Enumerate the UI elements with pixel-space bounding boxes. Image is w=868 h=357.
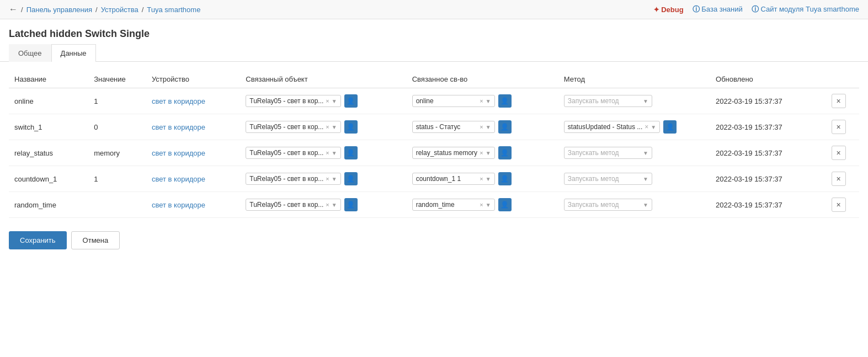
method-select[interactable]: Запускать метод▼ bbox=[564, 147, 652, 159]
cell-linked-prop: random_time×▼👤 bbox=[407, 192, 558, 218]
linked-obj-arrow-icon: ▼ bbox=[332, 98, 337, 104]
device-link[interactable]: свет в коридоре bbox=[152, 97, 205, 105]
cell-name: online bbox=[9, 88, 88, 114]
module-site-label: Сайт модуля Tuya smarthome bbox=[760, 5, 859, 13]
linked-prop-select-text: countdown_1 1 bbox=[416, 175, 478, 183]
linked-obj-clear-icon[interactable]: × bbox=[326, 202, 329, 208]
back-icon[interactable]: ← bbox=[9, 4, 18, 14]
method-arrow-icon: ▼ bbox=[643, 202, 648, 208]
table-header-row: Название Значение Устройство Связанный о… bbox=[9, 71, 859, 88]
page-title: Latched hidden Switch Single bbox=[0, 19, 868, 44]
header-right: ✦ Debug ⓘ База знаний ⓘ Сайт модуля Tuya… bbox=[653, 4, 859, 14]
linked-prop-clear-icon[interactable]: × bbox=[480, 176, 483, 182]
linked-obj-action-icon[interactable]: 👤 bbox=[344, 172, 358, 185]
knowledge-base-label: База знаний bbox=[701, 5, 743, 13]
linked-prop-clear-icon[interactable]: × bbox=[480, 124, 483, 130]
breadcrumb-panel[interactable]: Панель управления bbox=[26, 6, 92, 14]
cell-updated: 2022-03-19 15:37:37 bbox=[710, 140, 826, 166]
linked-obj-action-icon[interactable]: 👤 bbox=[344, 94, 358, 108]
linked-prop-select[interactable]: status - Статус×▼ bbox=[412, 121, 495, 133]
linked-prop-action-icon[interactable]: 👤 bbox=[498, 120, 512, 134]
linked-obj-arrow-icon: ▼ bbox=[332, 202, 337, 208]
linked-prop-action-icon[interactable]: 👤 bbox=[498, 146, 512, 159]
device-link[interactable]: свет в коридоре bbox=[152, 175, 205, 183]
save-button[interactable]: Сохранить bbox=[9, 231, 67, 249]
linked-prop-select-text: status - Статус bbox=[416, 123, 478, 131]
data-table: Название Значение Устройство Связанный о… bbox=[9, 71, 859, 218]
linked-obj-select[interactable]: TuRelay05 - свет в кор...×▼ bbox=[246, 147, 340, 159]
linked-prop-action-icon[interactable]: 👤 bbox=[498, 198, 512, 211]
method-action-icon[interactable]: 👤 bbox=[663, 120, 677, 134]
method-clear-icon[interactable]: × bbox=[645, 123, 648, 131]
device-link[interactable]: свет в коридоре bbox=[152, 123, 205, 131]
linked-obj-action-icon[interactable]: 👤 bbox=[344, 120, 358, 134]
module-site-link[interactable]: ⓘ Сайт модуля Tuya smarthome bbox=[752, 4, 859, 14]
tab-data[interactable]: Данные bbox=[51, 44, 96, 62]
cell-value: memory bbox=[88, 140, 146, 166]
remove-row-button[interactable]: × bbox=[832, 198, 846, 212]
linked-prop-action-icon[interactable]: 👤 bbox=[498, 172, 512, 185]
linked-prop-select[interactable]: online×▼ bbox=[412, 95, 495, 107]
cell-linked-obj: TuRelay05 - свет в кор...×▼👤 bbox=[240, 192, 406, 218]
table-row: countdown_11свет в коридореTuRelay05 - с… bbox=[9, 166, 859, 192]
method-select-text: Запускать метод bbox=[568, 97, 641, 105]
method-select[interactable]: Запускать метод▼ bbox=[564, 95, 652, 107]
cell-name: countdown_1 bbox=[9, 166, 88, 192]
method-select-text: Запускать метод bbox=[568, 201, 641, 209]
tab-general[interactable]: Общее bbox=[9, 44, 51, 62]
method-select[interactable]: Запускать метод▼ bbox=[564, 199, 652, 211]
header: ← / Панель управления / Устройства / Tuy… bbox=[0, 0, 868, 19]
linked-obj-select[interactable]: TuRelay05 - свет в кор...×▼ bbox=[246, 173, 340, 185]
remove-row-button[interactable]: × bbox=[832, 94, 846, 108]
debug-button[interactable]: ✦ Debug bbox=[653, 6, 684, 14]
col-header-action bbox=[826, 71, 859, 88]
breadcrumb-sep-0: / bbox=[21, 6, 23, 14]
cancel-button[interactable]: Отмена bbox=[71, 231, 120, 249]
linked-obj-arrow-icon: ▼ bbox=[332, 150, 337, 156]
data-table-container: Название Значение Устройство Связанный о… bbox=[0, 71, 868, 218]
linked-prop-arrow-icon: ▼ bbox=[486, 176, 491, 182]
device-link[interactable]: свет в коридоре bbox=[152, 149, 205, 157]
linked-obj-clear-icon[interactable]: × bbox=[326, 124, 329, 130]
method-arrow-icon: ▼ bbox=[643, 98, 648, 104]
method-select[interactable]: Запускать метод▼ bbox=[564, 173, 652, 185]
linked-prop-clear-icon[interactable]: × bbox=[480, 202, 483, 208]
method-select[interactable]: statusUpdated - Status ...×▼ bbox=[564, 121, 660, 133]
method-select-text: Запускать метод bbox=[568, 149, 641, 157]
linked-prop-action-icon[interactable]: 👤 bbox=[498, 94, 512, 108]
linked-prop-select[interactable]: countdown_1 1×▼ bbox=[412, 173, 495, 185]
linked-obj-select[interactable]: TuRelay05 - свет в кор...×▼ bbox=[246, 95, 340, 107]
remove-row-button[interactable]: × bbox=[832, 146, 846, 160]
knowledge-base-link[interactable]: ⓘ База знаний bbox=[693, 4, 743, 14]
cell-value: 1 bbox=[88, 166, 146, 192]
linked-obj-clear-icon[interactable]: × bbox=[326, 98, 329, 104]
linked-obj-select[interactable]: TuRelay05 - свет в кор...×▼ bbox=[246, 199, 340, 211]
tabs: Общее Данные bbox=[0, 44, 868, 62]
table-row: relay_statusmemoryсвет в коридореTuRelay… bbox=[9, 140, 859, 166]
linked-obj-action-icon[interactable]: 👤 bbox=[344, 146, 358, 159]
breadcrumb-devices[interactable]: Устройства bbox=[101, 6, 139, 14]
linked-prop-clear-icon[interactable]: × bbox=[480, 150, 483, 156]
device-link[interactable]: свет в коридоре bbox=[152, 201, 205, 209]
cell-linked-obj: TuRelay05 - свет в кор...×▼👤 bbox=[240, 88, 406, 114]
linked-prop-select[interactable]: random_time×▼ bbox=[412, 199, 495, 211]
cell-linked-obj: TuRelay05 - свет в кор...×▼👤 bbox=[240, 166, 406, 192]
linked-obj-select[interactable]: TuRelay05 - свет в кор...×▼ bbox=[246, 121, 340, 133]
linked-obj-clear-icon[interactable]: × bbox=[326, 150, 329, 156]
linked-obj-action-icon[interactable]: 👤 bbox=[344, 198, 358, 211]
linked-prop-clear-icon[interactable]: × bbox=[480, 98, 483, 104]
cell-device: свет в коридоре bbox=[146, 114, 240, 140]
cell-action: × bbox=[826, 192, 859, 218]
linked-obj-select-text: TuRelay05 - свет в кор... bbox=[249, 123, 323, 131]
table-row: online1свет в коридореTuRelay05 - свет в… bbox=[9, 88, 859, 114]
linked-obj-select-text: TuRelay05 - свет в кор... bbox=[249, 175, 323, 183]
linked-obj-clear-icon[interactable]: × bbox=[326, 176, 329, 182]
method-arrow-icon: ▼ bbox=[643, 176, 648, 182]
cell-updated: 2022-03-19 15:37:37 bbox=[710, 192, 826, 218]
remove-row-button[interactable]: × bbox=[832, 120, 846, 134]
breadcrumb-tuya[interactable]: Tuya smarthome bbox=[147, 6, 200, 14]
remove-row-button[interactable]: × bbox=[832, 172, 846, 186]
col-header-name: Название bbox=[9, 71, 88, 88]
linked-prop-select[interactable]: relay_status memory×▼ bbox=[412, 147, 495, 159]
cell-name: random_time bbox=[9, 192, 88, 218]
